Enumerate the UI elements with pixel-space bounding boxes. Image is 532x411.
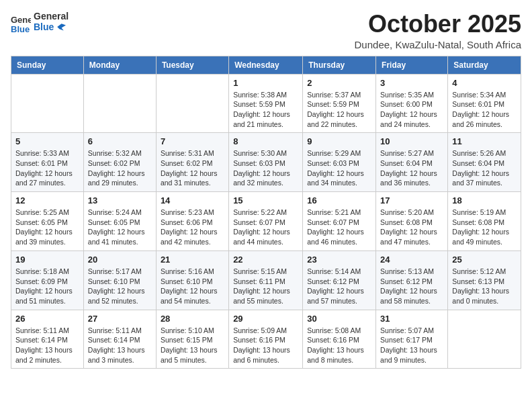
calendar-cell: 27Sunrise: 5:11 AMSunset: 6:14 PMDayligh… (83, 310, 156, 369)
day-number: 19 (15, 255, 79, 265)
calendar-cell: 31Sunrise: 5:07 AMSunset: 6:17 PMDayligh… (376, 310, 448, 369)
weekday-header-sunday: Sunday (11, 56, 84, 74)
day-info: Sunrise: 5:16 AMSunset: 6:10 PMDaylight:… (161, 267, 224, 306)
day-info: Sunrise: 5:09 AMSunset: 6:16 PMDaylight:… (233, 326, 298, 365)
day-info: Sunrise: 5:08 AMSunset: 6:16 PMDaylight:… (307, 326, 371, 365)
calendar-cell: 19Sunrise: 5:18 AMSunset: 6:09 PMDayligh… (11, 250, 84, 310)
calendar-cell: 6Sunrise: 5:32 AMSunset: 6:02 PMDaylight… (83, 133, 156, 192)
day-info: Sunrise: 5:14 AMSunset: 6:12 PMDaylight:… (307, 267, 371, 306)
calendar-cell: 2Sunrise: 5:37 AMSunset: 5:59 PMDaylight… (303, 74, 376, 133)
day-number: 28 (161, 314, 224, 324)
day-number: 2 (307, 78, 371, 88)
calendar-week-3: 12Sunrise: 5:25 AMSunset: 6:05 PMDayligh… (11, 192, 521, 251)
day-info: Sunrise: 5:15 AMSunset: 6:11 PMDaylight:… (233, 267, 298, 306)
day-info: Sunrise: 5:29 AMSunset: 6:03 PMDaylight:… (307, 148, 371, 188)
day-info: Sunrise: 5:18 AMSunset: 6:09 PMDaylight:… (15, 267, 79, 306)
logo: General Blue General Blue (11, 11, 69, 35)
calendar-cell: 14Sunrise: 5:23 AMSunset: 6:06 PMDayligh… (156, 192, 228, 251)
day-info: Sunrise: 5:24 AMSunset: 6:05 PMDaylight:… (88, 208, 152, 247)
day-info: Sunrise: 5:11 AMSunset: 6:14 PMDaylight:… (15, 326, 79, 365)
calendar-cell: 10Sunrise: 5:27 AMSunset: 6:04 PMDayligh… (376, 133, 448, 192)
day-info: Sunrise: 5:21 AMSunset: 6:07 PMDaylight:… (307, 208, 371, 247)
calendar-cell: 20Sunrise: 5:17 AMSunset: 6:10 PMDayligh… (83, 250, 156, 310)
day-number: 22 (233, 255, 298, 265)
weekday-header-tuesday: Tuesday (156, 56, 228, 74)
svg-marker-2 (58, 24, 66, 30)
calendar-table: SundayMondayTuesdayWednesdayThursdayFrid… (11, 56, 521, 369)
day-info: Sunrise: 5:31 AMSunset: 6:02 PMDaylight:… (161, 148, 224, 188)
day-number: 18 (452, 195, 517, 205)
calendar-week-2: 5Sunrise: 5:33 AMSunset: 6:01 PMDaylight… (11, 133, 521, 192)
day-number: 12 (15, 195, 79, 205)
day-number: 29 (233, 314, 298, 324)
day-info: Sunrise: 5:11 AMSunset: 6:14 PMDaylight:… (88, 326, 152, 365)
day-number: 17 (380, 195, 443, 205)
calendar-week-1: 1Sunrise: 5:38 AMSunset: 5:59 PMDaylight… (11, 74, 521, 133)
calendar-cell: 3Sunrise: 5:35 AMSunset: 6:00 PMDaylight… (376, 74, 448, 133)
day-info: Sunrise: 5:22 AMSunset: 6:07 PMDaylight:… (233, 208, 298, 247)
calendar-cell: 8Sunrise: 5:30 AMSunset: 6:03 PMDaylight… (229, 133, 303, 192)
day-number: 10 (380, 136, 443, 146)
day-info: Sunrise: 5:33 AMSunset: 6:01 PMDaylight:… (15, 148, 79, 188)
header: General Blue General Blue October 2025 D… (11, 11, 521, 50)
day-info: Sunrise: 5:26 AMSunset: 6:04 PMDaylight:… (452, 148, 517, 188)
title-area: October 2025 Dundee, KwaZulu-Natal, Sout… (355, 11, 521, 50)
day-info: Sunrise: 5:12 AMSunset: 6:13 PMDaylight:… (452, 267, 517, 306)
svg-text:General: General (11, 15, 31, 25)
calendar-cell (448, 310, 521, 369)
calendar-cell: 11Sunrise: 5:26 AMSunset: 6:04 PMDayligh… (448, 133, 521, 192)
calendar-cell: 18Sunrise: 5:19 AMSunset: 6:08 PMDayligh… (448, 192, 521, 251)
day-number: 7 (161, 136, 224, 146)
calendar-cell: 29Sunrise: 5:09 AMSunset: 6:16 PMDayligh… (229, 310, 303, 369)
day-number: 25 (452, 255, 517, 265)
day-info: Sunrise: 5:20 AMSunset: 6:08 PMDaylight:… (380, 208, 443, 247)
calendar-week-5: 26Sunrise: 5:11 AMSunset: 6:14 PMDayligh… (11, 310, 521, 369)
logo-bird-icon (55, 21, 66, 32)
calendar-cell: 4Sunrise: 5:34 AMSunset: 6:01 PMDaylight… (448, 74, 521, 133)
day-number: 6 (88, 136, 152, 146)
day-number: 11 (452, 136, 517, 146)
day-number: 13 (88, 195, 152, 205)
calendar-cell: 24Sunrise: 5:13 AMSunset: 6:12 PMDayligh… (376, 250, 448, 310)
calendar-cell: 21Sunrise: 5:16 AMSunset: 6:10 PMDayligh… (156, 250, 228, 310)
logo-general: General (34, 11, 69, 21)
day-number: 8 (233, 136, 298, 146)
calendar-cell: 16Sunrise: 5:21 AMSunset: 6:07 PMDayligh… (303, 192, 376, 251)
day-number: 3 (380, 78, 443, 88)
day-number: 30 (307, 314, 371, 324)
calendar-header-row: SundayMondayTuesdayWednesdayThursdayFrid… (11, 56, 521, 74)
location-title: Dundee, KwaZulu-Natal, South Africa (355, 39, 521, 50)
day-info: Sunrise: 5:37 AMSunset: 5:59 PMDaylight:… (307, 90, 371, 130)
day-info: Sunrise: 5:13 AMSunset: 6:12 PMDaylight:… (380, 267, 443, 306)
weekday-header-thursday: Thursday (303, 56, 376, 74)
day-info: Sunrise: 5:19 AMSunset: 6:08 PMDaylight:… (452, 208, 517, 247)
day-number: 31 (380, 314, 443, 324)
day-info: Sunrise: 5:25 AMSunset: 6:05 PMDaylight:… (15, 208, 79, 247)
day-number: 14 (161, 195, 224, 205)
day-number: 20 (88, 255, 152, 265)
calendar-cell: 13Sunrise: 5:24 AMSunset: 6:05 PMDayligh… (83, 192, 156, 251)
day-number: 27 (88, 314, 152, 324)
weekday-header-wednesday: Wednesday (229, 56, 303, 74)
day-info: Sunrise: 5:23 AMSunset: 6:06 PMDaylight:… (161, 208, 224, 247)
calendar-cell (83, 74, 156, 133)
day-info: Sunrise: 5:07 AMSunset: 6:17 PMDaylight:… (380, 326, 443, 365)
day-info: Sunrise: 5:27 AMSunset: 6:04 PMDaylight:… (380, 148, 443, 188)
day-number: 21 (161, 255, 224, 265)
day-info: Sunrise: 5:38 AMSunset: 5:59 PMDaylight:… (233, 90, 298, 130)
calendar-cell: 1Sunrise: 5:38 AMSunset: 5:59 PMDaylight… (229, 74, 303, 133)
page-container: General Blue General Blue October 2025 D… (11, 11, 521, 369)
calendar-cell: 23Sunrise: 5:14 AMSunset: 6:12 PMDayligh… (303, 250, 376, 310)
month-title: October 2025 (355, 11, 521, 38)
calendar-cell: 15Sunrise: 5:22 AMSunset: 6:07 PMDayligh… (229, 192, 303, 251)
weekday-header-monday: Monday (83, 56, 156, 74)
day-info: Sunrise: 5:34 AMSunset: 6:01 PMDaylight:… (452, 90, 517, 130)
day-number: 26 (15, 314, 79, 324)
calendar-cell: 26Sunrise: 5:11 AMSunset: 6:14 PMDayligh… (11, 310, 84, 369)
day-info: Sunrise: 5:32 AMSunset: 6:02 PMDaylight:… (88, 148, 152, 188)
calendar-cell: 7Sunrise: 5:31 AMSunset: 6:02 PMDaylight… (156, 133, 228, 192)
day-info: Sunrise: 5:30 AMSunset: 6:03 PMDaylight:… (233, 148, 298, 188)
day-number: 1 (233, 78, 298, 88)
day-info: Sunrise: 5:35 AMSunset: 6:00 PMDaylight:… (380, 90, 443, 130)
day-info: Sunrise: 5:17 AMSunset: 6:10 PMDaylight:… (88, 267, 152, 306)
